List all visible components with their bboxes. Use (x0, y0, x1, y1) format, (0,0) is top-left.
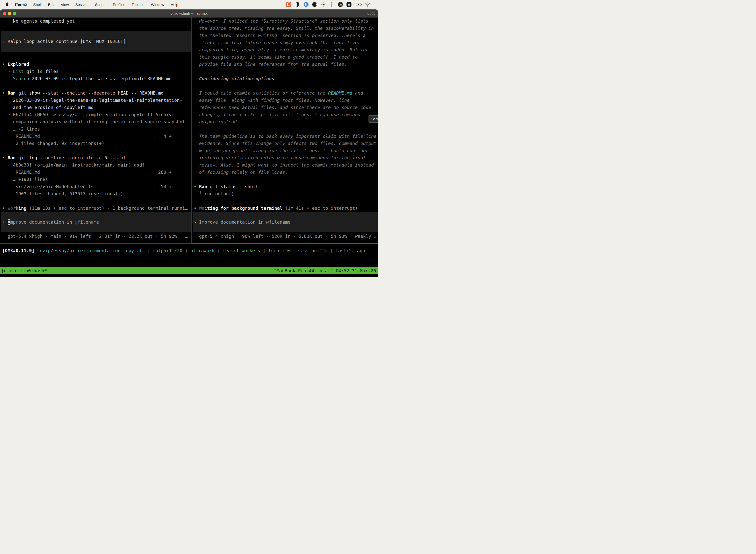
terminal-line: › Improve documentation in @filename (2, 218, 99, 226)
tmux-session-label: [omx-cczip0:bash* (0, 268, 47, 273)
apple-menu[interactable] (5, 2, 9, 7)
left-ralph-inject-box: › Ralph loop active continue [OMX_TMUX_I… (1, 31, 191, 52)
terminal-line: › Ralph loop active continue [OMX_TMUX_I… (2, 38, 126, 45)
window-shortcut-badge: ⌥⌘1 (366, 9, 375, 17)
iterm2-window: omx --xhigh --madmax ⌥⌘1 └ No agents com… (0, 9, 378, 277)
screenshot-overlay-label: Scre (371, 117, 378, 121)
terminal-line: └ No agents completed yet (2, 17, 191, 24)
menu-item-help[interactable]: Help (171, 2, 178, 7)
terminal-line: └ 4b9d30f (origin/main, instructkr/main,… (2, 161, 191, 169)
wifi-icon[interactable] (365, 2, 370, 7)
menu-item-session[interactable]: Session (75, 2, 88, 7)
menu-item-scripts[interactable]: Scripts (95, 2, 107, 7)
svg-text:..61: ..61 (339, 4, 342, 6)
menu-bar: iTerm2 ShellEditViewSessionScriptsProfil… (0, 0, 378, 9)
terminal-line: • Working (11m 13s • esc to interrupt) ·… (2, 205, 191, 212)
battery-icon[interactable] (356, 2, 361, 7)
window-title: omx --xhigh --madmax (0, 9, 378, 17)
left-prompt-input[interactable]: › Improve documentation in @filename (1, 212, 191, 232)
terminal-line: the "Related research writing" section i… (194, 32, 378, 39)
left-session-statusline: gpt-5.4 xhigh · main · 91% left · 2.31M … (2, 233, 191, 240)
terminal-line: companion file, especially if more comme… (194, 46, 378, 53)
terminal-line: essay file, along with finding root file… (194, 97, 378, 104)
right-prompt-input[interactable]: › Improve documentation in @filename (193, 212, 378, 232)
terminal-line: 2026-03-09-is-legal-the-same-as-legitima… (2, 97, 191, 104)
pane-divider[interactable] (191, 17, 191, 243)
apple-icon (5, 2, 9, 7)
squiggle-icon[interactable] (329, 2, 334, 7)
window-titlebar[interactable]: omx --xhigh --madmax ⌥⌘1 (0, 9, 378, 18)
terminal-line: [OMX#0.11.9] cczip/essay/ai-reimplementa… (2, 247, 377, 254)
svg-text:A: A (348, 3, 350, 6)
menu-item-edit[interactable]: Edit (48, 2, 54, 7)
terminal-line: src/voice/voiceModeEnabled.ts | 54 + (2, 183, 191, 190)
menu-item-window[interactable]: Window (151, 2, 164, 7)
terminal-line: Search 2026-03-09-is-legal-the-same-as-l… (2, 75, 191, 82)
terminal-line: I could cite commit statistics or refere… (194, 89, 378, 97)
count-badge-icon[interactable]: ..61 (337, 2, 343, 7)
input-source-icon[interactable]: A (346, 2, 352, 7)
terminal-line: However, I noticed the "Directory Struct… (194, 17, 378, 24)
screenshot-overlay-chip[interactable]: Scre (368, 115, 378, 123)
desktop: { "menu_bar": { "app_name": "iTerm2", "i… (0, 0, 378, 277)
terminal-line: slight risk that future readers may over… (194, 39, 378, 46)
terminal-line: of focusing solely on file lines. (194, 169, 378, 176)
terminal-line: Considering citation options (194, 75, 378, 82)
terminal-line: provide file and line references from th… (194, 61, 378, 68)
terminal-line: changes, I can't cite specific file line… (194, 111, 378, 118)
menu-item-profiles[interactable]: Profiles (113, 2, 125, 7)
terminal-line: might be acceptable alongside the file l… (194, 147, 378, 154)
terminal-line: 2 files changed, 92 insertions(+) (2, 140, 191, 147)
terminal-line (194, 176, 378, 183)
right-separator-line (191, 243, 378, 243)
terminal-line: output instead. (194, 118, 378, 125)
menu-item-list: ShellEditViewSessionScriptsProfilesToolb… (33, 2, 178, 7)
tmux-status-bar: [omx-cczip0:bash* "MacBook-Pro-44.local"… (0, 267, 378, 274)
terminal-line: › Improve documentation in @filename (194, 218, 291, 226)
menu-item-view[interactable]: View (61, 2, 69, 7)
terminal-line (194, 82, 378, 89)
crescent-circle-icon[interactable] (312, 2, 317, 7)
terminal-line (2, 147, 191, 154)
terminal-line (2, 82, 191, 89)
terminal-line: the source tree, missing the essay. Stil… (194, 24, 378, 32)
terminal-line (194, 125, 378, 132)
terminal-line: README.md | 4 + (2, 132, 191, 140)
terminal-line: • Explored (2, 61, 191, 68)
left-separator-line (0, 243, 191, 243)
menu-item-toolbelt[interactable]: Toolbelt (132, 2, 145, 7)
terminal-line: The team guideline is to back every impo… (194, 132, 378, 140)
terminal-line (194, 68, 378, 75)
terminal-line: README.md | 280 + (2, 169, 191, 176)
menu-item-iterm2[interactable]: iTerm2 (15, 2, 27, 7)
terminal-line (2, 197, 191, 205)
shield-grid-icon[interactable] (295, 2, 300, 7)
terminal-line: • Ran git show --stat --oneline --decora… (2, 89, 191, 97)
terminal-line: and-the-erosion-of-copyleft.md (2, 104, 191, 111)
terminal-line: └ List git ls-files (2, 68, 191, 75)
right-session-statusline: gpt-5.4 xhigh · 96% left · 520K in · 5.8… (194, 233, 378, 240)
terminal-line: review. Also, I might want to inspect th… (194, 161, 378, 169)
terminal-line: • Waiting for background terminal (1m 41… (194, 205, 378, 212)
terminal-line: … +2 lines (2, 125, 191, 132)
terminal-line: references need actual files, and since … (194, 104, 378, 111)
chat-bubble-icon[interactable] (286, 2, 292, 7)
omx-status-bar: [OMX#0.11.9] cczip/essay/ai-reimplementa… (2, 247, 377, 254)
terminal-line: … +1901 lines (2, 176, 191, 183)
terminal-line (194, 197, 378, 205)
blue-n-badge-icon[interactable] (303, 2, 309, 7)
terminal-line: • Ran git status --short (194, 183, 378, 190)
terminal-line: • Ran git log --oneline --decorate -n 5 … (2, 154, 191, 161)
menu-item-shell[interactable]: Shell (33, 2, 42, 7)
terminal-line: this single essay, it seems like a good … (194, 53, 378, 61)
terminal-line: └ (no output) (194, 190, 378, 197)
terminal-line (2, 53, 191, 61)
right-pane-transcript: However, I noticed the "Directory Struct… (194, 17, 378, 212)
terminal-line: evidence. Since this change only affects… (194, 140, 378, 147)
tmux-host-clock: "MacBook-Pro-44.local" 04:52 31-Mar-26 (274, 268, 378, 273)
terminal-line: └ 067f154 (HEAD -> essay/ai-reimplementa… (2, 111, 191, 118)
terminal-line: companion analysis without altering the … (2, 118, 191, 125)
terminal-line: including verification notes with those … (194, 154, 378, 161)
dots-grid-icon[interactable] (321, 2, 326, 7)
terminal-line: 1903 files changed, 513517 insertions(+) (2, 190, 191, 197)
